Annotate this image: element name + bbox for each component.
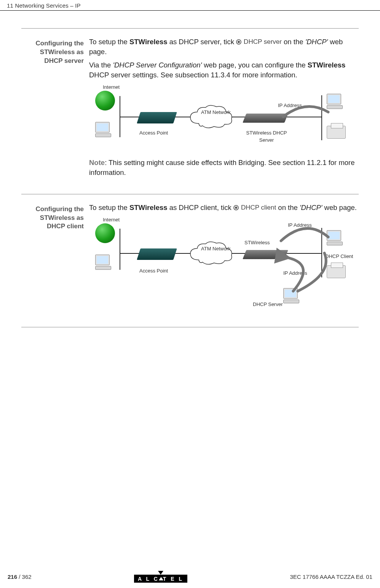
text: as DHCP client, tick <box>168 203 233 211</box>
server-note: Note: This setting might cause side effe… <box>89 158 359 178</box>
radio-label: DHCP server <box>244 37 282 46</box>
text: Via the <box>89 61 113 69</box>
text: To setup the <box>89 38 129 46</box>
chapter-title: 11 Networking Services – IP <box>7 2 81 9</box>
text: : This setting might cause side effects … <box>89 159 355 176</box>
page-number: 216 / 362 <box>8 574 32 580</box>
stwireless-icon <box>243 114 288 123</box>
label-atm: ATM Network <box>201 246 231 252</box>
page-header: 11 Networking Services – IP <box>0 0 380 11</box>
label-atm: ATM Network <box>201 110 231 115</box>
radio-label: DHCP client <box>241 203 276 212</box>
brand-text: A L C T E L <box>134 575 187 583</box>
body-server: To setup the STWireless as DHCP server, … <box>89 37 359 181</box>
curve-line <box>268 255 337 303</box>
pc-icon <box>95 255 113 271</box>
curve-line <box>279 226 333 255</box>
text-bold: STWireless <box>129 203 168 211</box>
text-bold: STWireless <box>308 61 346 69</box>
cloud-icon <box>188 241 234 267</box>
label-stwireless: STWireless <box>244 239 270 246</box>
label-internet: Internet <box>103 84 120 91</box>
server-para1: To setup the STWireless as DHCP server, … <box>89 37 359 57</box>
globe-icon <box>95 223 115 243</box>
globe-icon <box>95 91 115 111</box>
divider <box>21 28 359 29</box>
content-area: Configuring the STWireless as DHCP serve… <box>0 11 380 327</box>
label-stwireless: STWireless DHCP Server <box>240 130 293 144</box>
access-point-icon <box>137 248 177 260</box>
brand-logo: A L C T E L <box>134 571 187 583</box>
text: DHCP server settings. See subsection 11.… <box>89 71 297 79</box>
body-client: To setup the STWireless as DHCP client, … <box>89 203 359 317</box>
text: on the <box>278 203 300 211</box>
divider <box>21 194 359 194</box>
diagram-dhcp-client: Internet Access Point ATM Network STWire… <box>89 216 359 316</box>
side-heading-client: Configuring the STWireless as DHCP clien… <box>21 203 89 317</box>
radio-dhcp-server[interactable]: DHCP server <box>236 37 282 46</box>
text: ATM Network <box>201 110 231 115</box>
server-para2: Via the 'DHCP Server Configuration' web … <box>89 60 359 80</box>
cloud-icon <box>188 104 234 130</box>
label-access-point: Access Point <box>139 268 168 274</box>
doc-reference: 3EC 17766 AAAA TCZZA Ed. 01 <box>290 574 372 580</box>
page-total: 362 <box>22 574 32 580</box>
text: To setup the <box>89 203 129 211</box>
label-internet: Internet <box>103 216 120 223</box>
radio-icon <box>236 39 241 45</box>
section-dhcp-client: Configuring the STWireless as DHCP clien… <box>21 203 359 317</box>
text-bold: STWireless <box>129 38 168 46</box>
page-footer: 216 / 362 A L C T E L 3EC 17766 AAAA TCZ… <box>0 571 380 583</box>
text: web page. <box>322 203 357 211</box>
divider <box>21 327 359 327</box>
section-dhcp-server: Configuring the STWireless as DHCP serve… <box>21 37 359 181</box>
radio-icon <box>233 205 239 210</box>
note-label: Note <box>89 159 105 167</box>
text: as DHCP server, tick <box>168 38 236 46</box>
triangle-down-icon <box>158 571 163 575</box>
triangle-up-icon <box>159 577 163 580</box>
curve-line <box>283 106 333 131</box>
text-italic: 'DHCP Server Configuration' <box>113 61 202 69</box>
label-access-point: Access Point <box>139 130 168 136</box>
access-point-icon <box>137 112 177 123</box>
radio-dhcp-client[interactable]: DHCP client <box>233 203 276 212</box>
text-italic: 'DHCP' <box>305 38 328 46</box>
side-heading-server: Configuring the STWireless as DHCP serve… <box>21 37 89 181</box>
text-italic: 'DHCP' <box>300 203 322 211</box>
text: ATM Network <box>201 246 231 252</box>
pc-icon <box>95 122 113 138</box>
client-para1: To setup the STWireless as DHCP client, … <box>89 203 359 213</box>
text: web page, you can configure the <box>202 61 308 69</box>
page-current: 216 <box>8 574 17 580</box>
line <box>120 229 120 270</box>
diagram-dhcp-server: Internet Access Point ATM Network STWire… <box>89 84 359 156</box>
text: on the <box>284 38 305 46</box>
